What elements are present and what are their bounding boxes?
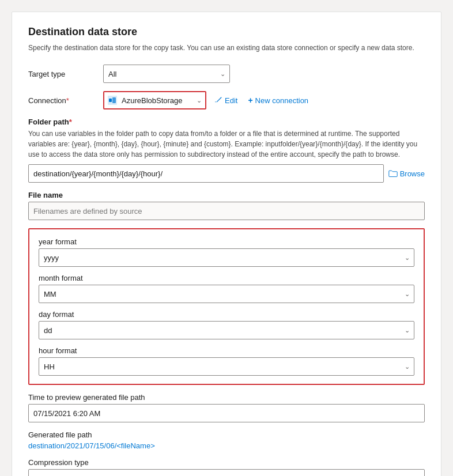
target-type-control: All ⌄ [103, 65, 425, 83]
panel-description: Specify the destination data store for t… [28, 43, 425, 53]
file-name-section: File name [28, 191, 425, 220]
folder-path-description: You can use variables in the folder path… [28, 129, 425, 160]
hour-format-label: hour format [39, 346, 414, 355]
year-format-row: year format yyyy ⌄ [39, 237, 414, 267]
new-connection-button[interactable]: + New connection [246, 96, 311, 105]
month-format-select-wrapper: MM ⌄ [39, 285, 414, 303]
preview-label: Time to preview generated file path [28, 393, 425, 402]
compression-select[interactable]: None [28, 469, 425, 476]
edit-button[interactable]: Edit [212, 96, 240, 105]
connection-select[interactable]: AzureBlobStorage [117, 92, 197, 109]
generated-value: destination/2021/07/15/06/<fileName> [28, 441, 425, 450]
target-type-row: Target type All ⌄ [28, 65, 425, 83]
folder-path-input[interactable] [28, 164, 384, 183]
target-type-label: Target type [28, 70, 103, 78]
preview-section: Time to preview generated file path [28, 393, 425, 422]
generated-section: Generated file path destination/2021/07/… [28, 430, 425, 450]
browse-button[interactable]: Browse [388, 169, 425, 178]
file-name-label: File name [28, 191, 425, 199]
plus-icon: + [248, 96, 252, 105]
preview-input[interactable] [28, 404, 425, 422]
year-format-label: year format [39, 237, 414, 246]
folder-path-row: Browse [28, 164, 425, 183]
year-format-select-wrapper: yyyy ⌄ [39, 248, 414, 267]
hour-format-row: hour format HH ⌄ [39, 346, 414, 376]
target-type-select[interactable]: All [103, 65, 230, 83]
connection-chevron-icon: ⌄ [197, 97, 205, 104]
file-name-input[interactable] [28, 202, 425, 220]
connection-label: Connection* [28, 96, 103, 105]
compression-label: Compression type [28, 458, 425, 467]
month-format-row: month format MM ⌄ [39, 274, 414, 303]
panel-title: Destination data store [28, 26, 425, 38]
connection-row: Connection* AzureBlobStorage ⌄ Edit + [28, 91, 425, 109]
folder-path-section: Folder path* You can use variables in th… [28, 118, 425, 183]
year-format-select[interactable]: yyyy [39, 248, 414, 267]
compression-select-wrapper: None ⌄ [28, 469, 425, 476]
edit-icon [214, 96, 222, 104]
hour-format-select[interactable]: HH [39, 357, 414, 376]
day-format-row: day format dd ⌄ [39, 310, 414, 339]
generated-label: Generated file path [28, 430, 425, 439]
hour-format-select-wrapper: HH ⌄ [39, 357, 414, 376]
month-format-label: month format [39, 274, 414, 282]
month-format-select[interactable]: MM [39, 285, 414, 303]
azure-blob-icon [108, 96, 117, 105]
folder-path-label: Folder path* [28, 118, 425, 126]
destination-data-store-panel: Destination data store Specify the desti… [12, 12, 441, 476]
connection-select-wrapper: AzureBlobStorage ⌄ [103, 91, 206, 109]
day-format-select[interactable]: dd [39, 321, 414, 339]
svg-rect-2 [112, 97, 116, 103]
day-format-label: day format [39, 310, 414, 319]
browse-icon [388, 169, 398, 177]
svg-rect-1 [109, 99, 112, 102]
compression-section: Compression type None ⌄ [28, 458, 425, 476]
target-type-select-wrapper: All ⌄ [103, 65, 230, 83]
connection-control: AzureBlobStorage ⌄ Edit + New connection [103, 91, 425, 109]
format-box: year format yyyy ⌄ month format MM ⌄ day… [28, 228, 425, 385]
day-format-select-wrapper: dd ⌄ [39, 321, 414, 339]
